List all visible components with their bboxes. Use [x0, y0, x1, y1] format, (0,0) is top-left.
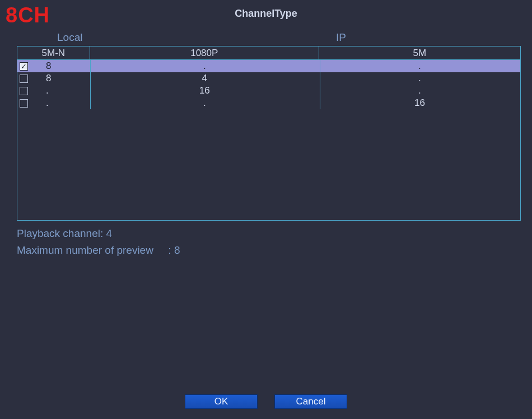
cell-5m-n: .	[46, 85, 49, 96]
cell-5m-n: 8	[46, 60, 51, 72]
max-preview-label: Maximum number of preview	[17, 244, 153, 256]
table-row[interactable]: 84.	[17, 72, 520, 85]
row-checkbox[interactable]	[20, 99, 28, 108]
row-checkbox[interactable]	[20, 75, 28, 83]
button-row: OK Cancel	[0, 394, 532, 409]
row-checkbox-cell: 8	[17, 72, 90, 85]
table-header-row: 5M-N 1080P 5M	[17, 46, 520, 60]
playback-channel-label: Playback channel:	[17, 227, 103, 239]
channel-type-table: 5M-N 1080P 5M ✓8..84..16...16	[17, 46, 521, 221]
table-body: ✓8..84..16...16	[17, 60, 520, 109]
ok-button[interactable]: OK	[185, 394, 258, 409]
max-preview-sep: :	[168, 244, 171, 256]
row-checkbox[interactable]: ✓	[20, 62, 28, 71]
cell-5m: .	[319, 72, 520, 85]
column-group-header: Local IP	[17, 31, 521, 44]
col-header-5m: 5M	[319, 46, 520, 59]
cancel-button[interactable]: Cancel	[274, 394, 347, 409]
cell-5m: .	[319, 85, 520, 97]
cell-5m-n: .	[46, 97, 49, 109]
cell-5m: .	[319, 60, 520, 72]
cell-5m-n: 8	[46, 73, 51, 84]
col-header-1080p: 1080P	[90, 46, 319, 59]
max-preview-info: Maximum number of preview : 8	[17, 244, 180, 257]
page-title: ChannelType	[0, 8, 532, 20]
table-row[interactable]: ✓8..	[17, 60, 520, 72]
row-checkbox-cell: .	[17, 85, 90, 97]
table-row[interactable]: .16.	[17, 85, 520, 97]
row-checkbox-cell: .	[17, 97, 90, 109]
group-label-ip: IP	[336, 31, 346, 44]
row-checkbox[interactable]	[20, 87, 28, 95]
group-label-local: Local	[57, 31, 82, 44]
cell-1080p: .	[90, 97, 319, 109]
table-row[interactable]: ..16	[17, 97, 520, 109]
cell-5m: 16	[319, 97, 520, 109]
cell-1080p: .	[90, 60, 319, 72]
playback-channel-info: Playback channel: 4	[17, 227, 112, 240]
max-preview-value: 8	[174, 244, 180, 256]
row-checkbox-cell: ✓8	[17, 60, 90, 72]
cell-1080p: 16	[90, 85, 319, 97]
col-header-5m-n: 5M-N	[17, 46, 90, 59]
cell-1080p: 4	[90, 72, 319, 85]
playback-channel-value: 4	[106, 227, 113, 239]
